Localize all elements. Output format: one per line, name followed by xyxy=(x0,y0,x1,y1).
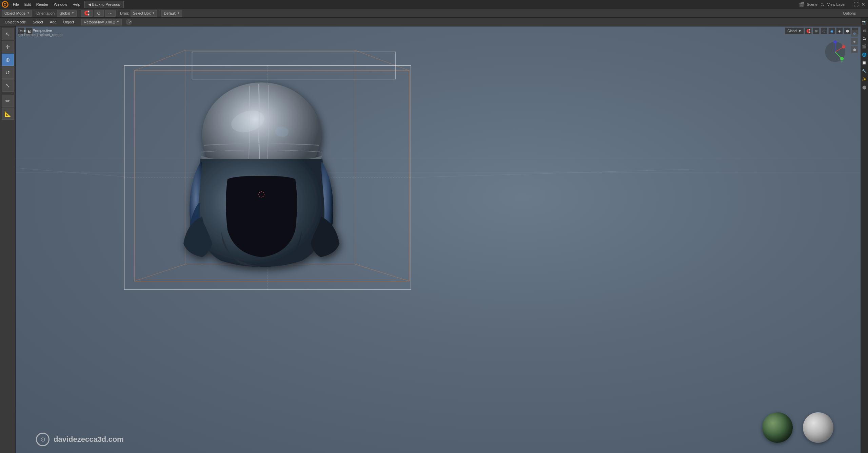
viewport-shading3[interactable]: ◈ xyxy=(836,27,843,34)
viewport-active-icon[interactable]: ⊙ xyxy=(851,30,858,37)
object-mode-chevron: ▼ xyxy=(27,12,29,15)
viewport-shading4[interactable]: ⬢ xyxy=(844,27,851,34)
viewport-overlay2[interactable]: ⊞ xyxy=(813,27,820,34)
header-bar: Object Mode Select Add Object RetopoFlow… xyxy=(0,18,868,26)
scale-tool-button[interactable]: ⤡ xyxy=(2,79,14,92)
select-box-dropdown[interactable]: Select Box ▼ xyxy=(131,10,157,17)
transform-icon: ⊕ xyxy=(5,57,10,63)
header-object-mode[interactable]: Object Mode xyxy=(3,19,28,25)
rotate-tool-button[interactable]: ↺ xyxy=(2,67,14,79)
view-layer-label[interactable]: View Layer xyxy=(827,2,846,6)
separator-1 xyxy=(34,10,34,16)
cursor-icon: ↖ xyxy=(5,31,10,37)
grey-sphere xyxy=(803,412,833,443)
separator-2 xyxy=(79,10,79,16)
viewport-overlay-button[interactable]: ⬕ xyxy=(26,27,33,34)
window-expand-icon[interactable]: ⛶ xyxy=(854,2,859,7)
proportional-toggle[interactable]: ⊙ xyxy=(94,10,104,17)
menu-file[interactable]: File xyxy=(10,0,22,9)
help-icon: ? xyxy=(129,20,131,24)
drag-label: Drag: xyxy=(120,11,129,15)
object-properties-icon[interactable]: 🔲 xyxy=(861,60,867,66)
svg-point-24 xyxy=(840,57,844,60)
material-properties-icon[interactable]: ⬤ xyxy=(861,84,867,90)
viewport-right-icons: ⊙ ◈ ⬢ xyxy=(851,30,858,53)
menu-render[interactable]: Render xyxy=(34,0,51,9)
options-label: Options xyxy=(843,11,866,15)
orientation-dropdown[interactable]: Global ▼ xyxy=(57,10,77,17)
separator-3 xyxy=(118,10,118,16)
helmet-svg xyxy=(121,60,402,291)
menu-help[interactable]: Help xyxy=(70,0,83,9)
helmet-viewport xyxy=(121,60,402,291)
viewport-snap-button[interactable]: ⊙ xyxy=(18,27,24,34)
header-add[interactable]: Add xyxy=(48,19,59,25)
window-close-icon[interactable]: ✕ xyxy=(861,2,865,7)
global-label: Global xyxy=(787,29,797,33)
header-select[interactable]: Select xyxy=(31,19,45,25)
svg-text:Y: Y xyxy=(841,60,843,63)
measure-button[interactable]: 📐 xyxy=(2,108,14,120)
viewport-icon3[interactable]: ⬢ xyxy=(851,46,858,53)
move-icon: ✛ xyxy=(5,44,10,50)
pencil-icon: ✏ xyxy=(5,98,10,104)
orientation-label: Orientation: xyxy=(36,11,56,15)
menu-window[interactable]: Window xyxy=(51,0,70,9)
viewport-shading2[interactable]: ◉ xyxy=(828,27,835,34)
rotate-icon: ↺ xyxy=(5,70,10,76)
back-to-previous-button[interactable]: ◀ Back to Previous xyxy=(84,1,124,8)
viewport-shading1[interactable]: ⬡ xyxy=(821,27,827,34)
logo-text: davidezecca3d.com xyxy=(54,435,124,444)
output-properties-icon[interactable]: 🖨 xyxy=(861,27,867,33)
default-chevron: ▼ xyxy=(177,12,180,15)
blender-logo xyxy=(1,1,9,8)
render-properties-icon[interactable]: 📷 xyxy=(861,19,867,25)
world-properties-icon[interactable]: 🌐 xyxy=(861,52,867,58)
viewport-gizmo-button[interactable]: 🧲 xyxy=(805,27,812,34)
hdri-sphere xyxy=(762,412,793,443)
left-toolbar: ↖ ✛ ⊕ ↺ ⤡ ✏ 📐 xyxy=(0,26,16,453)
snap-toggle[interactable]: 🧲 xyxy=(81,10,93,17)
material-spheres xyxy=(762,412,833,443)
right-properties-bar: 📷 🖨 🗂 🎬 🌐 🔲 🔧 ✨ ⬤ xyxy=(861,18,868,453)
back-to-previous-label: Back to Previous xyxy=(92,2,120,6)
viewport[interactable]: ⊙ ⬕ Global ▼ 🧲 ⊞ ⬡ ◉ ◈ ⬢ ⋯ Camera Perspe… xyxy=(16,26,861,453)
global-chevron: ▼ xyxy=(798,29,802,33)
select-box-chevron: ▼ xyxy=(152,12,155,15)
svg-text:X: X xyxy=(842,43,844,46)
logo-area: ⊙ davidezecca3d.com xyxy=(36,433,124,446)
move-tool-button[interactable]: ✛ xyxy=(2,41,14,53)
separator-4 xyxy=(159,10,159,16)
viewport-icon2[interactable]: ◈ xyxy=(851,38,858,45)
proportional-icon2[interactable]: ⋯ xyxy=(105,10,116,17)
orientation-value: Global xyxy=(59,11,70,15)
annotate-button[interactable]: ✏ xyxy=(2,95,14,107)
particles-icon[interactable]: ✨ xyxy=(861,76,867,82)
help-button[interactable]: ? xyxy=(126,19,132,25)
object-mode-dropdown[interactable]: Object Mode ▼ xyxy=(2,10,32,17)
view-layer-properties-icon[interactable]: 🗂 xyxy=(861,35,867,41)
menu-edit[interactable]: Edit xyxy=(22,0,34,9)
viewport-top-right: Global ▼ 🧲 ⊞ ⬡ ◉ ◈ ⬢ ⋯ xyxy=(785,27,859,34)
top-bar: File Edit Render Window Help ◀ Back to P… xyxy=(0,0,868,9)
measure-icon: 📐 xyxy=(4,111,11,117)
select-tool-button[interactable]: ↖ xyxy=(2,28,14,40)
scene-properties-icon[interactable]: 🎬 xyxy=(861,43,867,50)
modifier-properties-icon[interactable]: 🔧 xyxy=(861,68,867,74)
global-dropdown[interactable]: Global ▼ xyxy=(785,27,804,34)
svg-text:Z: Z xyxy=(834,40,836,42)
retopo-chevron: ▼ xyxy=(117,20,119,23)
scene-icon: 🎬 xyxy=(799,2,804,7)
view-layer-icon: 🗂 xyxy=(820,2,825,7)
object-mode-label: Object Mode xyxy=(4,11,25,15)
retopo-dropdown[interactable]: RetopoFlow 3.00.2 ▼ xyxy=(81,19,121,25)
scale-icon: ⤡ xyxy=(5,82,10,89)
top-bar-right: 🎬 Scene 🗂 View Layer ⛶ ✕ xyxy=(799,2,868,7)
orientation-chevron: ▼ xyxy=(72,12,74,15)
scene-label[interactable]: Scene xyxy=(807,2,817,6)
default-dropdown[interactable]: Default ▼ xyxy=(161,10,182,17)
back-arrow-icon: ◀ xyxy=(88,2,91,7)
header-object[interactable]: Object xyxy=(61,19,76,25)
select-box-label: Select Box xyxy=(133,11,151,15)
transform-tool-button[interactable]: ⊕ xyxy=(2,54,14,66)
